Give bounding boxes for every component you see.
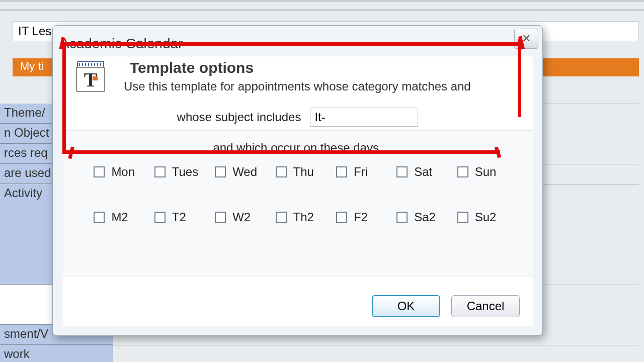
checkbox-sat[interactable] (396, 166, 408, 177)
dialog-button-row: OK Cancel (62, 287, 533, 326)
days-caption: and which occur on these days. (62, 141, 533, 155)
day-label: Sun (475, 165, 497, 179)
day-label: Th2 (293, 210, 314, 224)
template-options-dialog: Academic Calendar ✕ T Template options (52, 25, 543, 336)
day-label: Fri (354, 165, 368, 179)
side-cell: work (0, 345, 113, 362)
checkbox-m2[interactable] (94, 212, 105, 223)
day-wed[interactable]: Wed (213, 165, 261, 179)
day-label: Sat (414, 165, 432, 179)
day-su2[interactable]: Su2 (455, 210, 504, 224)
day-label: Su2 (475, 210, 497, 224)
checkbox-su2[interactable] (457, 212, 468, 223)
day-label: Wed (232, 165, 257, 179)
template-header-panel: T Template options Use this template for… (62, 56, 533, 131)
days-row-1: Mon Tues Wed Thu Fri Sat Sun (62, 165, 533, 179)
template-options-heading: Template options (130, 59, 254, 76)
day-thu[interactable]: Thu (274, 165, 322, 179)
day-mon[interactable]: Mon (92, 165, 140, 179)
day-t2[interactable]: T2 (152, 210, 201, 224)
day-label: F2 (354, 210, 368, 224)
day-label: W2 (232, 210, 251, 224)
day-label: Tues (172, 165, 198, 179)
close-icon: ✕ (522, 32, 531, 45)
checkbox-sa2[interactable] (396, 212, 408, 223)
checkbox-w2[interactable] (215, 212, 226, 223)
checkbox-thu[interactable] (276, 166, 287, 177)
checkbox-f2[interactable] (336, 212, 347, 223)
checkbox-t2[interactable] (154, 212, 166, 223)
checkbox-tues[interactable] (154, 166, 166, 177)
dialog-body: T Template options Use this template for… (62, 56, 533, 326)
subject-label: whose subject includes (177, 110, 301, 124)
day-sun[interactable]: Sun (455, 165, 504, 179)
day-sat[interactable]: Sat (394, 165, 443, 179)
checkbox-fri[interactable] (336, 166, 347, 177)
day-w2[interactable]: W2 (213, 210, 261, 224)
day-tues[interactable]: Tues (152, 165, 201, 179)
day-label: Thu (293, 165, 314, 179)
ok-button[interactable]: OK (372, 295, 440, 317)
checkbox-wed[interactable] (215, 166, 226, 177)
days-row-2: M2 T2 W2 Th2 F2 Sa2 Su2 (62, 210, 533, 224)
day-label: Mon (111, 165, 135, 179)
close-button[interactable]: ✕ (514, 29, 538, 49)
day-m2[interactable]: M2 (92, 210, 140, 224)
day-label: M2 (111, 210, 128, 224)
svg-rect-0 (77, 61, 104, 67)
day-fri[interactable]: Fri (334, 165, 382, 179)
checkbox-mon[interactable] (94, 166, 105, 177)
day-label: T2 (172, 210, 186, 224)
template-icon: T (74, 60, 107, 93)
day-label: Sa2 (414, 210, 436, 224)
template-options-subtext: Use this template for appointments whose… (124, 79, 471, 94)
subject-input[interactable] (310, 108, 418, 127)
dialog-title: Academic Calendar (60, 36, 183, 52)
day-sa2[interactable]: Sa2 (394, 210, 443, 224)
checkbox-sun[interactable] (457, 166, 468, 177)
days-panel: and which occur on these days. Mon Tues … (62, 131, 533, 277)
dialog-titlebar[interactable]: Academic Calendar ✕ (53, 26, 542, 56)
day-f2[interactable]: F2 (334, 210, 382, 224)
svg-rect-11 (93, 76, 98, 80)
my-timetable-tab[interactable]: My ti (13, 58, 50, 76)
day-th2[interactable]: Th2 (274, 210, 322, 224)
checkbox-th2[interactable] (276, 212, 287, 223)
cancel-button[interactable]: Cancel (451, 295, 520, 317)
